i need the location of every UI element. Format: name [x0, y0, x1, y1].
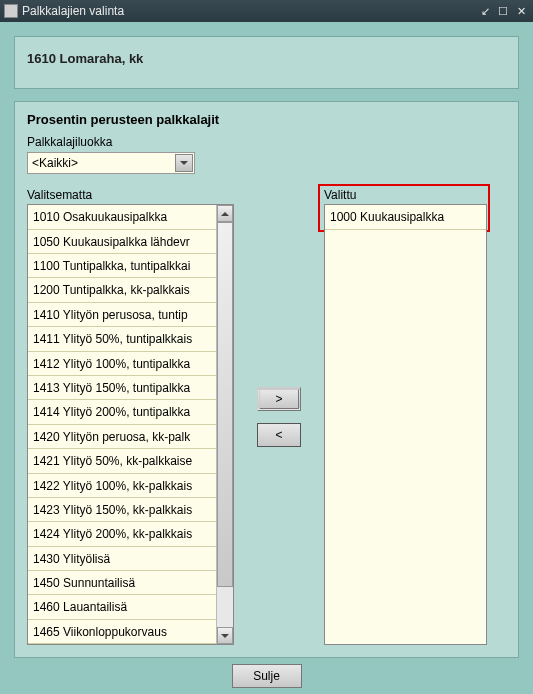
chevron-down-icon	[221, 634, 229, 638]
list-item[interactable]: 1200 Tuntipalkka, kk-palkkais	[28, 278, 233, 302]
main-section: Prosentin perusteen palkkalajit Palkkala…	[14, 101, 519, 658]
scrollbar-thumb[interactable]	[217, 222, 233, 587]
list-item[interactable]: 1421 Ylityö 50%, kk-palkkaise	[28, 449, 233, 473]
list-item[interactable]: 1430 Ylityölisä	[28, 547, 233, 571]
list-item[interactable]: 1422 Ylityö 100%, kk-palkkais	[28, 474, 233, 498]
scroll-up-button[interactable]	[217, 205, 233, 222]
list-item[interactable]: 1411 Ylityö 50%, tuntipalkkais	[28, 327, 233, 351]
move-left-button[interactable]: <	[257, 423, 301, 447]
maximize-icon[interactable]: ☐	[495, 4, 511, 18]
move-left-label: <	[275, 428, 282, 442]
list-item[interactable]: 1465 Viikonloppukorvaus	[28, 620, 233, 644]
close-button[interactable]: Sulje	[232, 664, 302, 688]
dropdown-button[interactable]	[175, 154, 193, 172]
move-right-label: >	[275, 392, 282, 406]
list-item[interactable]: 1460 Lauantailisä	[28, 595, 233, 619]
page-title: 1610 Lomaraha, kk	[27, 51, 506, 66]
list-item[interactable]: 1000 Kuukausipalkka	[325, 205, 486, 229]
list-item[interactable]: 1414 Ylityö 200%, tuntipalkka	[28, 400, 233, 424]
section-title: Prosentin perusteen palkkalajit	[27, 112, 506, 127]
left-list-label: Valitsematta	[27, 188, 234, 202]
window-title: Palkkalajien valinta	[22, 4, 477, 18]
category-select-value: <Kaikki>	[32, 156, 78, 170]
list-item[interactable]: 1450 Sunnuntailisä	[28, 571, 233, 595]
category-label: Palkkalajiluokka	[27, 135, 506, 149]
list-item[interactable]: 1413 Ylityö 150%, tuntipalkka	[28, 376, 233, 400]
right-list-label: Valittu	[324, 188, 487, 202]
close-icon[interactable]: ✕	[513, 4, 529, 18]
app-icon	[4, 4, 18, 18]
window-titlebar: Palkkalajien valinta ↙ ☐ ✕	[0, 0, 533, 22]
restore-down-icon[interactable]: ↙	[477, 4, 493, 18]
selected-listbox[interactable]: 1000 Kuukausipalkka	[324, 204, 487, 645]
scroll-down-button[interactable]	[217, 627, 233, 644]
list-item[interactable]: 1010 Osakuukausipalkka	[28, 205, 233, 229]
move-right-button[interactable]: >	[257, 387, 301, 411]
chevron-down-icon	[180, 161, 188, 165]
category-select[interactable]: <Kaikki>	[27, 152, 195, 174]
close-button-label: Sulje	[253, 669, 280, 683]
scrollbar[interactable]	[216, 205, 233, 644]
list-item[interactable]: 1420 Ylityön peruosa, kk-palk	[28, 425, 233, 449]
scrollbar-track[interactable]	[217, 222, 233, 627]
chevron-up-icon	[221, 212, 229, 216]
list-item[interactable]: 1423 Ylityö 150%, kk-palkkais	[28, 498, 233, 522]
header-panel: 1610 Lomaraha, kk	[14, 36, 519, 89]
list-item[interactable]: 1410 Ylityön perusosa, tuntip	[28, 303, 233, 327]
list-item[interactable]: 1100 Tuntipalkka, tuntipalkkai	[28, 254, 233, 278]
unselected-listbox[interactable]: 1010 Osakuukausipalkka1050 Kuukausipalkk…	[27, 204, 234, 645]
list-item[interactable]: 1412 Ylityö 100%, tuntipalkka	[28, 352, 233, 376]
list-item[interactable]: 1424 Ylityö 200%, kk-palkkais	[28, 522, 233, 546]
list-item[interactable]: 1050 Kuukausipalkka lähdevr	[28, 230, 233, 254]
